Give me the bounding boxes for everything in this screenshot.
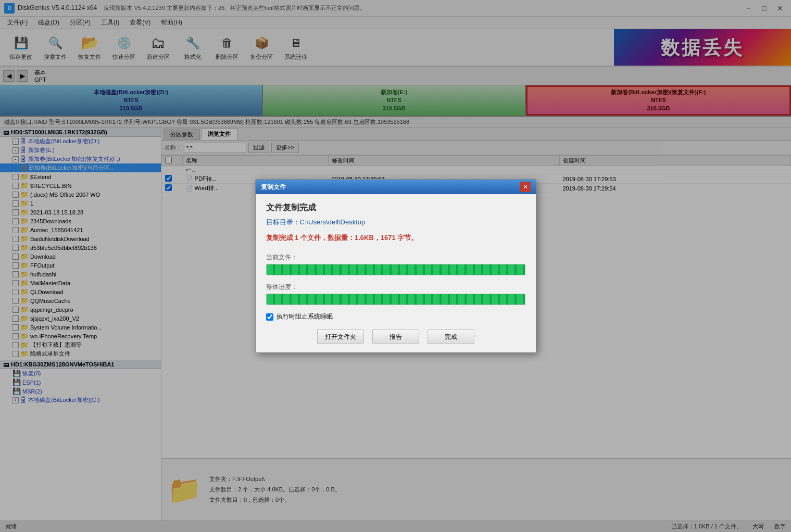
dialog-result: 复制完成 1 个文件，数据量：1.6KB，1671 字节。	[266, 233, 525, 243]
dialog-target: 目标目录：C:\Users\dell\Desktop	[266, 218, 525, 227]
open-folder-button[interactable]: 打开文件夹	[317, 330, 364, 344]
dialog-title-bar: 复制文件 ✕	[256, 180, 536, 194]
dialog-close-button[interactable]: ✕	[520, 182, 531, 192]
current-file-label: 当前文件：	[266, 253, 525, 262]
dialog-buttons: 打开文件夹 报告 完成	[266, 330, 525, 344]
sleep-checkbox-row: 执行时阻止系统睡眠	[266, 312, 525, 321]
report-button[interactable]: 报告	[372, 330, 419, 344]
dialog-overlay: 复制文件 ✕ 文件复制完成 目标目录：C:\Users\dell\Desktop…	[0, 0, 791, 532]
dialog-subtitle: 文件复制完成	[266, 202, 525, 213]
sleep-checkbox-label: 执行时阻止系统睡眠	[277, 312, 333, 321]
finish-button[interactable]: 完成	[428, 330, 474, 344]
overall-progress-label: 整体进度：	[266, 283, 525, 292]
current-file-progress-fill	[267, 264, 525, 275]
current-file-progress	[266, 264, 525, 275]
copy-file-dialog: 复制文件 ✕ 文件复制完成 目标目录：C:\Users\dell\Desktop…	[255, 179, 536, 353]
overall-progress	[266, 294, 525, 305]
overall-progress-fill	[267, 294, 525, 305]
dialog-title: 复制文件	[261, 183, 286, 192]
dialog-content: 文件复制完成 目标目录：C:\Users\dell\Desktop 复制完成 1…	[256, 194, 536, 352]
sleep-checkbox[interactable]	[266, 313, 273, 321]
